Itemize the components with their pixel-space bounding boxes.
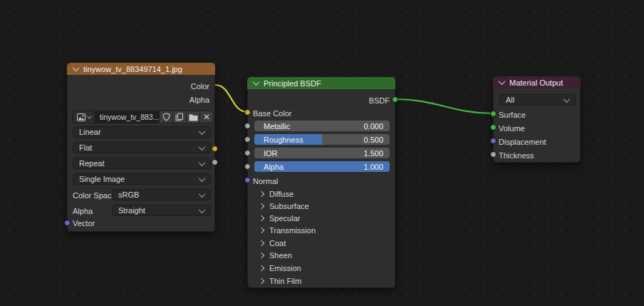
copy-icon <box>175 113 184 121</box>
socket-roughness-input[interactable] <box>244 136 251 143</box>
chevron-down-icon <box>199 175 206 182</box>
expand-chevron-icon <box>259 240 264 245</box>
expand-chevron-icon <box>259 215 264 220</box>
chevron-down-icon <box>199 128 206 135</box>
section-specular[interactable]: Specular <box>259 212 390 224</box>
color-space-label: Color Space <box>73 191 116 200</box>
socket-thickness-input[interactable] <box>490 151 497 158</box>
slider-value: 1.500 <box>363 149 383 158</box>
section-emission[interactable]: Emission <box>259 262 390 274</box>
section-transmission[interactable]: Transmission <box>259 224 390 236</box>
slider-value: 0.000 <box>363 122 383 131</box>
duplicate-image-button[interactable] <box>173 111 187 123</box>
section-label: Sheen <box>269 251 292 260</box>
chevron-down-icon <box>199 159 206 166</box>
collapse-chevron-icon[interactable] <box>253 78 260 86</box>
section-diffuse[interactable]: Diffuse <box>259 188 390 200</box>
socket-base-color-input[interactable] <box>244 109 251 116</box>
socket-vector-input[interactable] <box>64 220 71 226</box>
chevron-down-icon <box>199 206 206 213</box>
principled-bsdf-header[interactable]: Principled BSDF <box>247 77 395 89</box>
output-label-bsdf: BSDF <box>369 96 390 105</box>
section-label: Transmission <box>269 226 316 235</box>
expand-chevron-icon <box>259 227 264 233</box>
expand-chevron-icon <box>259 190 264 196</box>
chevron-down-icon <box>199 143 206 151</box>
color-space-dropdown[interactable]: sRGB <box>112 189 211 200</box>
material-output-header[interactable]: Material Output <box>493 76 581 88</box>
expand-chevron-icon <box>259 203 264 208</box>
input-label-displacement: Displacement <box>499 138 546 146</box>
chevron-down-icon <box>564 96 571 103</box>
node-principled-bsdf[interactable]: Principled BSDF BSDF Base Color Metallic… <box>247 77 395 288</box>
section-label: Coat <box>269 239 286 248</box>
fake-user-button[interactable] <box>160 111 173 123</box>
socket-volume-input[interactable] <box>490 124 497 131</box>
section-thin-film[interactable]: Thin Film <box>259 275 390 287</box>
section-subsurface[interactable]: Subsurface <box>259 200 390 212</box>
alpha-mode-value: Straight <box>118 206 145 215</box>
socket-color-output[interactable] <box>212 146 218 152</box>
section-sheen[interactable]: Sheen <box>259 249 390 261</box>
input-label-vector: Vector <box>73 219 95 228</box>
section-label: Subsurface <box>269 202 309 210</box>
dropdown-chevron-icon <box>86 113 91 118</box>
expand-chevron-icon <box>259 277 264 283</box>
node-title: Principled BSDF <box>264 79 321 88</box>
section-label: Emission <box>269 264 301 272</box>
metallic-slider[interactable]: Metallic 0.000 <box>254 121 390 131</box>
expand-chevron-icon <box>259 265 264 270</box>
roughness-slider[interactable]: Roughness 0.500 <box>254 134 390 145</box>
slider-label: Roughness <box>264 136 303 144</box>
collapse-chevron-icon[interactable] <box>73 64 80 71</box>
node-editor-canvas[interactable]: tinywow_tv_88349714_1.jpg Color Alpha ti… <box>0 0 644 306</box>
projection-dropdown[interactable]: Flat <box>73 142 211 153</box>
extension-value: Repeat <box>79 159 104 168</box>
node-material-output[interactable]: Material Output All Surface Volume Displ… <box>493 76 581 163</box>
input-label-surface: Surface <box>499 111 526 119</box>
socket-alpha-output[interactable] <box>212 159 218 165</box>
socket-alpha-input[interactable] <box>244 163 251 170</box>
input-label-base-color: Base Color <box>253 109 291 118</box>
extension-dropdown[interactable]: Repeat <box>73 158 211 169</box>
target-value: All <box>506 96 514 104</box>
node-image-texture[interactable]: tinywow_tv_88349714_1.jpg Color Alpha ti… <box>67 63 215 232</box>
open-image-button[interactable] <box>187 111 200 123</box>
target-dropdown[interactable]: All <box>499 94 576 106</box>
slider-label: IOR <box>264 149 278 158</box>
ior-slider[interactable]: IOR 1.500 <box>254 148 390 158</box>
expand-chevron-icon <box>259 252 264 257</box>
alpha-slider[interactable]: Alpha 1.000 <box>254 161 390 172</box>
slider-label: Metallic <box>264 122 290 131</box>
interpolation-dropdown[interactable]: Linear <box>73 126 211 138</box>
projection-value: Flat <box>79 143 92 152</box>
socket-ior-input[interactable] <box>244 150 251 156</box>
shield-icon <box>162 113 170 121</box>
link-color-to-basecolor <box>215 85 247 112</box>
section-label: Specular <box>269 214 300 223</box>
socket-bsdf-output[interactable] <box>392 96 398 103</box>
image-icon <box>77 113 85 121</box>
slider-value: 0.500 <box>363 136 383 144</box>
source-dropdown[interactable]: Single Image <box>73 173 211 185</box>
slider-label: Alpha <box>264 163 284 171</box>
image-browse-button[interactable] <box>72 111 95 123</box>
socket-normal-input[interactable] <box>244 177 251 183</box>
alpha-mode-label: Alpha <box>73 207 93 215</box>
socket-metallic-input[interactable] <box>244 123 251 129</box>
socket-surface-input[interactable] <box>490 111 497 117</box>
collapse-chevron-icon[interactable] <box>499 78 506 85</box>
image-texture-header[interactable]: tinywow_tv_88349714_1.jpg <box>67 63 215 75</box>
alpha-mode-dropdown[interactable]: Straight <box>112 205 211 216</box>
image-name-field[interactable]: tinywow_tv_883... <box>95 111 160 123</box>
section-label: Thin Film <box>269 277 301 285</box>
node-title: tinywow_tv_88349714_1.jpg <box>83 65 182 73</box>
source-value: Single Image <box>79 175 125 183</box>
input-label-volume: Volume <box>499 124 525 133</box>
section-coat[interactable]: Coat <box>259 237 390 249</box>
link-bsdf-to-surface <box>395 99 493 113</box>
node-title: Material Output <box>509 78 563 87</box>
close-icon: ✕ <box>203 113 210 121</box>
unlink-image-button[interactable]: ✕ <box>200 111 214 123</box>
socket-displacement-input[interactable] <box>490 138 497 144</box>
